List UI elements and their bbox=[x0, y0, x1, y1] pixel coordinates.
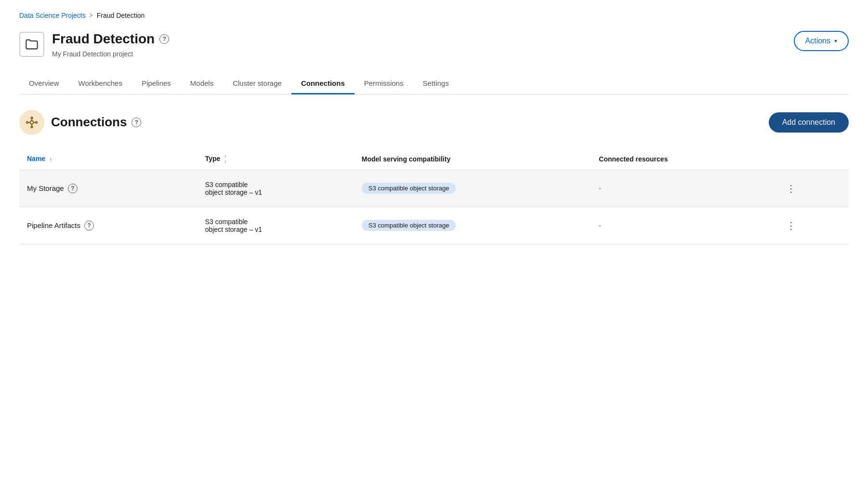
tab-pipelines[interactable]: Pipelines bbox=[132, 73, 181, 94]
col-header-type: Type ↑↓ bbox=[197, 148, 354, 170]
row-help-icon[interactable]: ? bbox=[68, 184, 78, 193]
type-sort-icon[interactable]: ↑↓ bbox=[224, 154, 226, 164]
cell-badge-0: S3 compatible object storage bbox=[354, 170, 591, 207]
breadcrumb-current: Fraud Detection bbox=[97, 12, 145, 19]
add-connection-button[interactable]: Add connection bbox=[769, 112, 849, 133]
breadcrumb-separator: > bbox=[90, 12, 93, 19]
row-more-button[interactable]: ⋮ bbox=[781, 217, 801, 234]
tab-settings[interactable]: Settings bbox=[413, 73, 458, 94]
project-title: Fraud Detection ? bbox=[52, 31, 169, 47]
cell-name-0: My Storage ? bbox=[19, 170, 197, 207]
connections-table: Name ↑ Type ↑↓ Model serving compatibili… bbox=[19, 148, 849, 244]
col-header-model-serving: Model serving compatibility bbox=[354, 148, 591, 170]
tab-workbenches[interactable]: Workbenches bbox=[69, 73, 132, 94]
tab-connections[interactable]: Connections bbox=[291, 73, 355, 94]
connections-header: Connections ? Add connection bbox=[19, 110, 849, 135]
cell-name-1: Pipeline Artifacts ? bbox=[19, 207, 197, 244]
compatibility-badge: S3 compatible object storage bbox=[362, 220, 456, 231]
connections-title-block: Connections ? bbox=[19, 110, 141, 135]
cell-type-1: S3 compatibleobject storage – v1 bbox=[197, 207, 354, 244]
row-more-button[interactable]: ⋮ bbox=[781, 180, 801, 197]
nav-tabs: Overview Workbenches Pipelines Models Cl… bbox=[19, 73, 849, 94]
cell-more-0: ⋮ bbox=[774, 170, 849, 207]
breadcrumb-link[interactable]: Data Science Projects bbox=[19, 12, 86, 19]
table-header-row: Name ↑ Type ↑↓ Model serving compatibili… bbox=[19, 148, 849, 170]
project-subtitle: My Fraud Detection project bbox=[52, 50, 169, 58]
cell-connected-1: - bbox=[591, 207, 774, 244]
project-title-text: Fraud Detection bbox=[52, 31, 155, 47]
project-header: Fraud Detection ? My Fraud Detection pro… bbox=[19, 31, 849, 58]
network-icon bbox=[25, 116, 39, 129]
connections-icon bbox=[19, 110, 44, 135]
project-header-left: Fraud Detection ? My Fraud Detection pro… bbox=[19, 31, 169, 58]
table-row: Pipeline Artifacts ? S3 compatibleobject… bbox=[19, 207, 849, 244]
col-header-connected-resources: Connected resources bbox=[591, 148, 774, 170]
tab-models[interactable]: Models bbox=[181, 73, 223, 94]
project-title-block: Fraud Detection ? My Fraud Detection pro… bbox=[52, 31, 169, 58]
cell-connected-0: - bbox=[591, 170, 774, 207]
connections-title-text: Connections bbox=[51, 115, 127, 130]
cell-type-0: S3 compatibleobject storage – v1 bbox=[197, 170, 354, 207]
col-header-actions bbox=[774, 148, 849, 170]
row-help-icon[interactable]: ? bbox=[84, 221, 94, 230]
cell-badge-1: S3 compatible object storage bbox=[354, 207, 591, 244]
cell-more-1: ⋮ bbox=[774, 207, 849, 244]
page-wrapper: Data Science Projects > Fraud Detection … bbox=[0, 0, 868, 482]
row-name-text: Pipeline Artifacts bbox=[27, 221, 80, 229]
compatibility-badge: S3 compatible object storage bbox=[362, 183, 456, 194]
tab-cluster-storage[interactable]: Cluster storage bbox=[223, 73, 291, 94]
name-sort-icon[interactable]: ↑ bbox=[49, 156, 52, 163]
project-icon bbox=[19, 32, 44, 57]
tab-overview[interactable]: Overview bbox=[19, 73, 69, 94]
connections-help-icon[interactable]: ? bbox=[132, 118, 141, 127]
project-help-icon[interactable]: ? bbox=[159, 34, 169, 44]
actions-button[interactable]: Actions ▾ bbox=[794, 31, 849, 51]
breadcrumb: Data Science Projects > Fraud Detection bbox=[19, 12, 849, 19]
tab-permissions[interactable]: Permissions bbox=[355, 73, 413, 94]
connections-title: Connections ? bbox=[51, 115, 141, 130]
folder-icon bbox=[25, 38, 39, 51]
col-header-name: Name ↑ bbox=[19, 148, 197, 170]
actions-button-label: Actions bbox=[805, 37, 830, 45]
row-name-text: My Storage bbox=[27, 184, 64, 192]
chevron-down-icon: ▾ bbox=[834, 38, 837, 44]
table-row: My Storage ? S3 compatibleobject storage… bbox=[19, 170, 849, 207]
